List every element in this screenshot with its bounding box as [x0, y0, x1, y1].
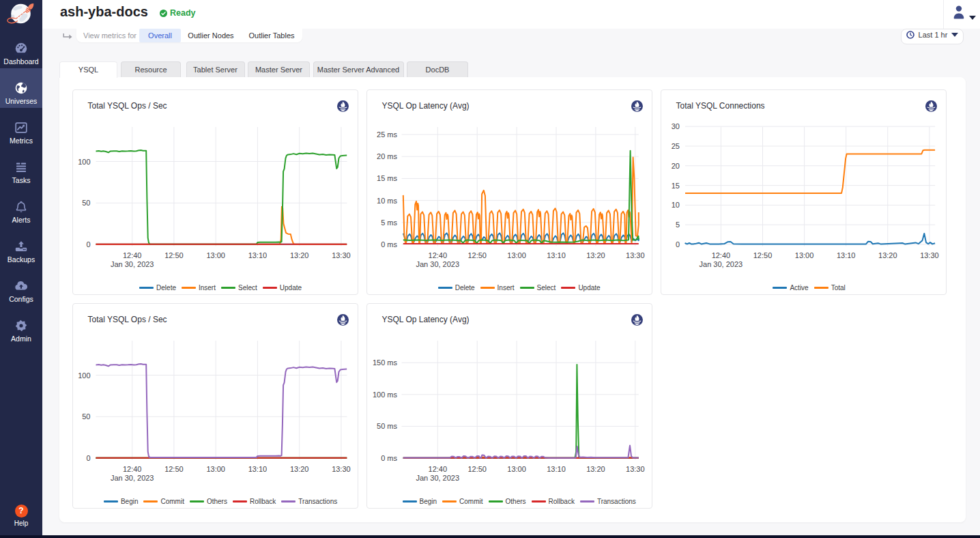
svg-text:13:30: 13:30 — [626, 251, 645, 259]
svg-text:Jan 30, 2023: Jan 30, 2023 — [416, 260, 459, 268]
svg-text:13:00: 13:00 — [206, 251, 225, 259]
svg-text:13:00: 13:00 — [794, 251, 813, 259]
svg-text:12:40: 12:40 — [428, 251, 447, 259]
svg-text:100 ms: 100 ms — [372, 391, 397, 399]
svg-text:25 ms: 25 ms — [377, 130, 397, 139]
svg-text:0 ms: 0 ms — [381, 240, 397, 249]
svg-text:50: 50 — [82, 199, 90, 207]
svg-text:12:40: 12:40 — [122, 251, 141, 259]
svg-text:13:00: 13:00 — [206, 465, 225, 473]
svg-text:13:10: 13:10 — [248, 465, 267, 473]
svg-text:12:50: 12:50 — [164, 465, 184, 473]
svg-text:5: 5 — [675, 221, 679, 229]
svg-text:12:40: 12:40 — [428, 465, 447, 473]
svg-text:100: 100 — [78, 158, 90, 166]
svg-text:12:50: 12:50 — [753, 251, 772, 259]
svg-text:Jan 30, 2023: Jan 30, 2023 — [110, 474, 154, 482]
svg-text:50 ms: 50 ms — [377, 422, 397, 430]
svg-text:Jan 30, 2023: Jan 30, 2023 — [699, 260, 743, 268]
svg-text:13:00: 13:00 — [507, 251, 526, 259]
svg-text:13:10: 13:10 — [547, 465, 566, 473]
svg-text:100: 100 — [78, 371, 90, 380]
svg-text:5 ms: 5 ms — [381, 218, 397, 227]
svg-text:13:30: 13:30 — [332, 251, 351, 259]
svg-text:Jan 30, 2023: Jan 30, 2023 — [416, 474, 459, 482]
svg-text:13:00: 13:00 — [507, 465, 526, 473]
svg-text:13:10: 13:10 — [248, 251, 267, 259]
svg-text:13:10: 13:10 — [836, 251, 855, 259]
svg-text:30: 30 — [671, 122, 679, 130]
svg-text:15: 15 — [671, 182, 679, 190]
svg-text:13:20: 13:20 — [289, 251, 308, 259]
svg-text:13:10: 13:10 — [547, 251, 566, 259]
svg-text:13:20: 13:20 — [586, 251, 605, 259]
svg-text:0: 0 — [675, 240, 679, 249]
svg-text:12:50: 12:50 — [467, 251, 487, 259]
svg-text:13:20: 13:20 — [289, 465, 308, 473]
svg-text:12:50: 12:50 — [467, 465, 487, 473]
svg-text:0 ms: 0 ms — [381, 454, 397, 462]
svg-text:20 ms: 20 ms — [377, 152, 397, 160]
svg-text:13:30: 13:30 — [332, 465, 351, 473]
svg-text:25: 25 — [671, 142, 679, 150]
svg-text:12:50: 12:50 — [164, 251, 184, 259]
svg-text:12:40: 12:40 — [711, 251, 730, 259]
svg-text:0: 0 — [86, 454, 90, 462]
svg-text:10 ms: 10 ms — [377, 197, 397, 205]
svg-text:20: 20 — [671, 162, 679, 170]
svg-text:50: 50 — [82, 412, 90, 421]
svg-text:13:20: 13:20 — [878, 251, 897, 259]
svg-text:13:20: 13:20 — [586, 465, 605, 473]
svg-text:12:40: 12:40 — [122, 465, 141, 473]
svg-text:13:30: 13:30 — [920, 251, 939, 259]
svg-text:Jan 30, 2023: Jan 30, 2023 — [110, 260, 154, 268]
svg-text:150 ms: 150 ms — [372, 358, 397, 367]
svg-text:0: 0 — [86, 240, 90, 249]
svg-text:10: 10 — [671, 201, 679, 209]
svg-text:15 ms: 15 ms — [377, 174, 397, 182]
svg-text:13:30: 13:30 — [626, 465, 645, 473]
